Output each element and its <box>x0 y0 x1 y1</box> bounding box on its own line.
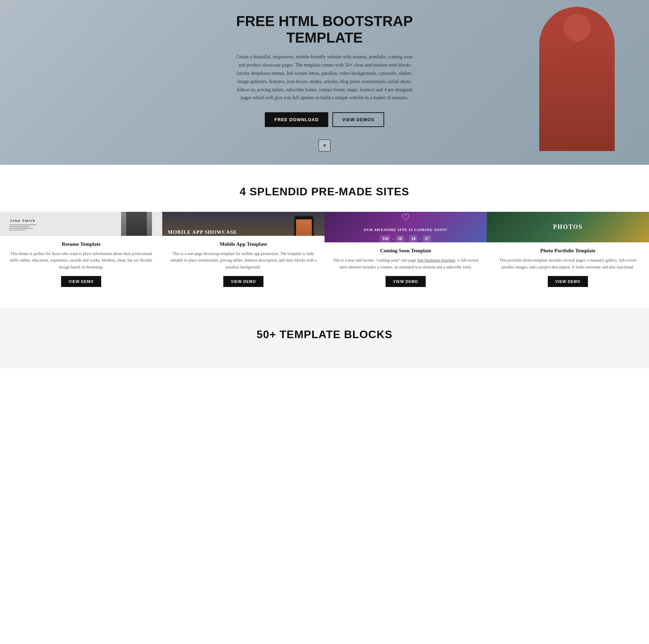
resume-lines <box>9 225 36 230</box>
photo-card-name: Photo Portfolio Template <box>535 248 601 254</box>
cards-grid: John Smith Resume Template This theme is… <box>0 212 649 294</box>
mobile-card-desc: This is a one-page Bootstrap template fo… <box>162 251 324 271</box>
resume-card-name: Resume Template <box>56 241 106 247</box>
resume-line-2 <box>9 226 30 227</box>
counter-sep-2: : <box>406 236 407 241</box>
resume-card: John Smith Resume Template This theme is… <box>0 212 162 294</box>
coming-thumb: ♡ OUR AWESOME SITE IS COMING SOON! 318 :… <box>324 212 487 242</box>
resume-line-4 <box>9 230 26 230</box>
counter-sep-1: : <box>392 236 393 241</box>
resume-silhouette <box>126 212 147 236</box>
resume-line-3 <box>9 228 33 229</box>
mobile-thumb-title: MOBILE APP SHOWCASE <box>168 229 237 236</box>
coming-card-name: Coming Soon Template <box>375 248 437 254</box>
photo-view-demo-button[interactable]: VIEW DEMO <box>548 276 588 287</box>
mobile-app-card: MOBILE APP SHOWCASE Mobile App Template … <box>162 212 324 294</box>
mobile-phone <box>294 215 314 236</box>
resume-name-label: John Smith <box>9 218 36 222</box>
resume-thumb: John Smith <box>0 212 162 236</box>
hero-content: FREE HTML BOOTSTRAP TEMPLATE Create a be… <box>228 13 421 152</box>
coming-link[interactable]: free bootstrap template <box>417 258 455 263</box>
mobile-phone-screen <box>296 219 312 236</box>
mobile-view-demo-button[interactable]: VIEW DEMO <box>223 276 263 287</box>
free-download-button[interactable]: FREE DOWNLOAD <box>265 112 328 127</box>
counter-mins: 18 <box>409 235 417 242</box>
resume-view-demo-button[interactable]: VIEW DEMO <box>61 276 101 287</box>
hero-title: FREE HTML BOOTSTRAP TEMPLATE <box>235 13 414 46</box>
counter-sep-3: : <box>420 236 421 241</box>
heart-icon: ♡ <box>401 212 410 223</box>
blocks-section: 50+ TEMPLATE BLOCKS <box>0 308 649 368</box>
resume-thumb-text: John Smith <box>5 218 36 230</box>
photo-portfolio-card: PHOTOS Photo Portfolio Template This por… <box>487 212 649 294</box>
mobile-thumb: MOBILE APP SHOWCASE <box>162 212 324 236</box>
premade-section-title: 4 SPLENDID PRE-MADE SITES <box>0 185 649 198</box>
photo-card-desc: This portfolio demo template includes se… <box>487 257 649 270</box>
view-demos-button[interactable]: VIEW DEMOS <box>332 112 384 127</box>
scroll-down-button[interactable] <box>318 139 331 152</box>
blocks-section-title: 50+ TEMPLATE BLOCKS <box>0 328 649 341</box>
coming-soon-card: ♡ OUR AWESOME SITE IS COMING SOON! 318 :… <box>324 212 487 294</box>
coming-card-desc: This is a neat and laconic "coming soon"… <box>324 257 487 270</box>
resume-card-desc: This theme is perfect for those who want… <box>0 251 162 271</box>
resume-line-1 <box>9 225 36 225</box>
premade-section: 4 SPLENDID PRE-MADE SITES John Smith <box>0 165 649 308</box>
counter-hours: 10 <box>396 235 404 242</box>
photo-label: PHOTOS <box>553 223 583 231</box>
resume-photo <box>121 212 152 236</box>
hero-description: Create a beautiful, responsive, mobile-f… <box>235 53 414 102</box>
coming-counter: 318 : 10 : 18 : 57 <box>380 235 431 242</box>
coming-thumb-text: OUR AWESOME SITE IS COMING SOON! <box>364 227 448 232</box>
counter-secs: 57 <box>423 235 431 242</box>
counter-days: 318 <box>380 235 390 242</box>
mobile-card-name: Mobile App Template <box>214 241 272 247</box>
coming-view-demo-button[interactable]: VIEW DEMO <box>386 276 426 287</box>
hero-figure <box>539 7 615 151</box>
hero-buttons: FREE DOWNLOAD VIEW DEMOS <box>235 112 414 127</box>
hero-section: FREE HTML BOOTSTRAP TEMPLATE Create a be… <box>0 0 649 165</box>
photo-thumb: PHOTOS <box>487 212 649 242</box>
